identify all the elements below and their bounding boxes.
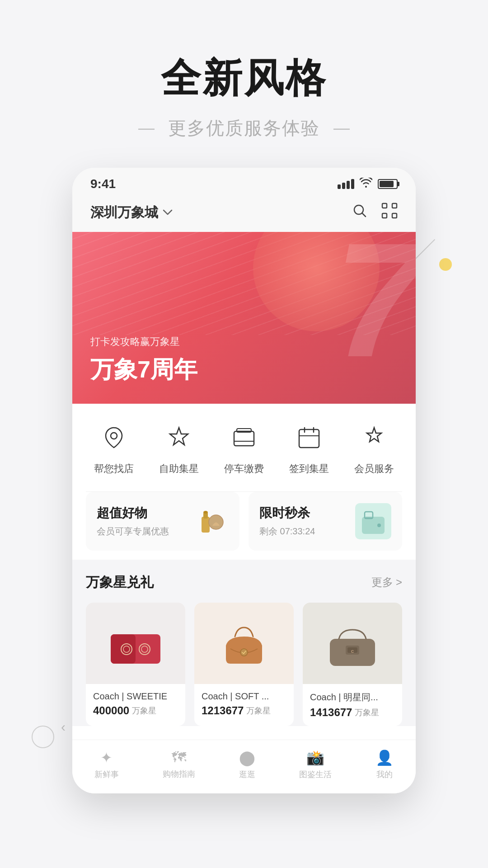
- promo-card-flash[interactable]: 限时秒杀 剩余 07:33:24: [249, 492, 402, 551]
- promo-card-flash-desc: 剩余 07:33:24: [259, 525, 315, 538]
- action-member[interactable]: 会员服务: [354, 420, 394, 476]
- svg-marker-6: [170, 428, 188, 445]
- scan-icon[interactable]: [381, 203, 398, 223]
- gift-card-1[interactable]: Coach | SWEETIE 400000 万象星: [86, 603, 185, 726]
- gift-card-1-price-value: 400000: [93, 704, 129, 717]
- action-checkin[interactable]: 签到集星: [289, 420, 329, 476]
- action-collect-stars-label: 自助集星: [159, 462, 199, 476]
- nav-browse-icon: ⬤: [239, 749, 255, 766]
- svg-rect-2: [392, 203, 397, 208]
- gift-card-1-price: 400000 万象星: [93, 704, 178, 717]
- gift-section-header: 万象星兑礼 更多 >: [86, 573, 402, 592]
- decor-dot-yellow: [439, 258, 452, 271]
- svg-rect-4: [392, 213, 397, 218]
- nav-news-label: 新鲜事: [94, 769, 119, 780]
- gift-card-1-name: Coach | SWEETIE: [93, 691, 178, 702]
- banner[interactable]: 7 打卡发攻略赢万象星 万象7周年: [72, 232, 416, 404]
- member-icon-wrap: [356, 420, 392, 456]
- gift-card-1-image: [86, 603, 185, 684]
- gift-more-label: 更多: [371, 575, 393, 590]
- action-checkin-label: 签到集星: [289, 462, 329, 476]
- svg-rect-7: [234, 431, 254, 446]
- action-find-store[interactable]: 帮您找店: [94, 420, 134, 476]
- promo-card-deals[interactable]: 超值好物 会员可享专属优惠: [86, 492, 239, 551]
- nav-photo-label: 图鉴生活: [299, 769, 332, 780]
- svg-point-28: [240, 649, 248, 656]
- decor-arrow-left: ‹: [61, 719, 66, 735]
- nav-guide-icon: 🗺: [172, 749, 186, 766]
- nav-item-browse[interactable]: ⬤ 逛逛: [239, 749, 255, 780]
- gift-card-3-price-value: 1413677: [310, 706, 352, 719]
- chevron-down-icon: [163, 207, 173, 218]
- svg-point-21: [377, 524, 381, 527]
- action-collect-stars[interactable]: 自助集星: [159, 420, 199, 476]
- phone-mockup-area: ‹ 9:41: [0, 168, 488, 793]
- svg-text:C: C: [351, 649, 354, 654]
- gift-more-button[interactable]: 更多 >: [371, 575, 402, 590]
- nav-browse-label: 逛逛: [239, 769, 255, 780]
- app-header: 深圳万象城: [72, 196, 416, 232]
- decor-circle-outline: [32, 726, 54, 748]
- banner-subtitle: 打卡发攻略赢万象星: [90, 335, 398, 349]
- nav-item-photo[interactable]: 📸 图鉴生活: [299, 749, 332, 780]
- find-store-icon-wrap: [96, 420, 132, 456]
- subtitle-dash-left: —: [138, 118, 155, 137]
- promo-card-flash-left: 限时秒杀 剩余 07:33:24: [259, 505, 315, 538]
- status-icons: [338, 178, 398, 190]
- location-text: 深圳万象城: [90, 203, 158, 222]
- status-bar: 9:41: [72, 168, 416, 196]
- gift-card-3[interactable]: C Coach | 明星同... 1413677 万象星: [303, 603, 402, 726]
- gift-card-2-info: Coach | SOFT ... 1213677 万象星: [194, 684, 294, 724]
- gift-card-2[interactable]: Coach | SOFT ... 1213677 万象星: [194, 603, 294, 726]
- gift-section: 万象星兑礼 更多 >: [72, 560, 416, 726]
- checkin-icon-wrap: [291, 420, 327, 456]
- gift-card-1-info: Coach | SWEETIE 400000 万象星: [86, 684, 185, 724]
- phone-frame: 9:41: [72, 168, 416, 793]
- svg-rect-18: [362, 517, 385, 534]
- gift-card-2-price: 1213677 万象星: [202, 704, 286, 717]
- action-parking-label: 停车缴费: [224, 462, 264, 476]
- gift-cards-row: Coach | SWEETIE 400000 万象星: [86, 603, 402, 726]
- gift-card-2-image: [194, 603, 294, 684]
- signal-bar-2: [342, 183, 345, 189]
- promo-card-deals-left: 超值好物 会员可享专属优惠: [97, 505, 169, 538]
- nav-item-news[interactable]: ✦ 新鲜事: [94, 749, 119, 780]
- gift-card-3-price-unit: 万象星: [355, 707, 379, 718]
- parking-icon-wrap: [226, 420, 262, 456]
- promo-card-deals-image: [192, 503, 229, 539]
- wifi-icon: [360, 178, 372, 190]
- action-parking[interactable]: 停车缴费: [224, 420, 264, 476]
- gift-card-3-price: 1413677 万象星: [310, 706, 395, 719]
- gift-more-chevron: >: [396, 576, 402, 589]
- banner-title: 万象7周年: [90, 354, 398, 386]
- promo-section: 超值好物 会员可享专属优惠 限时秒杀 剩余 07:33:24: [72, 492, 416, 560]
- svg-point-0: [354, 205, 363, 214]
- action-find-store-label: 帮您找店: [94, 462, 134, 476]
- main-title: 全新风格: [0, 54, 488, 102]
- subtitle-dash-right: —: [333, 118, 350, 137]
- promo-card-deals-desc: 会员可享专属优惠: [97, 525, 169, 538]
- svg-rect-3: [382, 213, 387, 218]
- battery-icon: [378, 179, 398, 189]
- promo-card-flash-image: [355, 503, 391, 539]
- location-row[interactable]: 深圳万象城: [90, 203, 173, 222]
- search-icon[interactable]: [352, 203, 368, 223]
- nav-mine-label: 我的: [376, 769, 393, 780]
- nav-item-mine[interactable]: 👤 我的: [375, 749, 394, 780]
- gift-card-3-name: Coach | 明星同...: [310, 691, 395, 703]
- gift-card-3-image: C: [303, 603, 402, 684]
- bottom-nav: ✦ 新鲜事 🗺 购物指南 ⬤ 逛逛 📸 图鉴生活 👤 我的: [72, 740, 416, 793]
- signal-bar-1: [338, 184, 341, 189]
- subtitle-text: 更多优质服务体验: [168, 116, 320, 141]
- collect-stars-icon-wrap: [161, 420, 197, 456]
- battery-fill: [380, 181, 394, 187]
- promo-card-flash-title: 限时秒杀: [259, 505, 315, 522]
- action-member-label: 会员服务: [354, 462, 394, 476]
- signal-bar-3: [347, 181, 350, 189]
- signal-bar-4: [351, 179, 354, 189]
- nav-photo-icon: 📸: [306, 749, 324, 766]
- gift-card-1-price-unit: 万象星: [132, 705, 156, 716]
- gift-card-2-price-unit: 万象星: [246, 705, 271, 716]
- nav-item-guide[interactable]: 🗺 购物指南: [163, 749, 195, 779]
- svg-rect-20: [366, 517, 372, 519]
